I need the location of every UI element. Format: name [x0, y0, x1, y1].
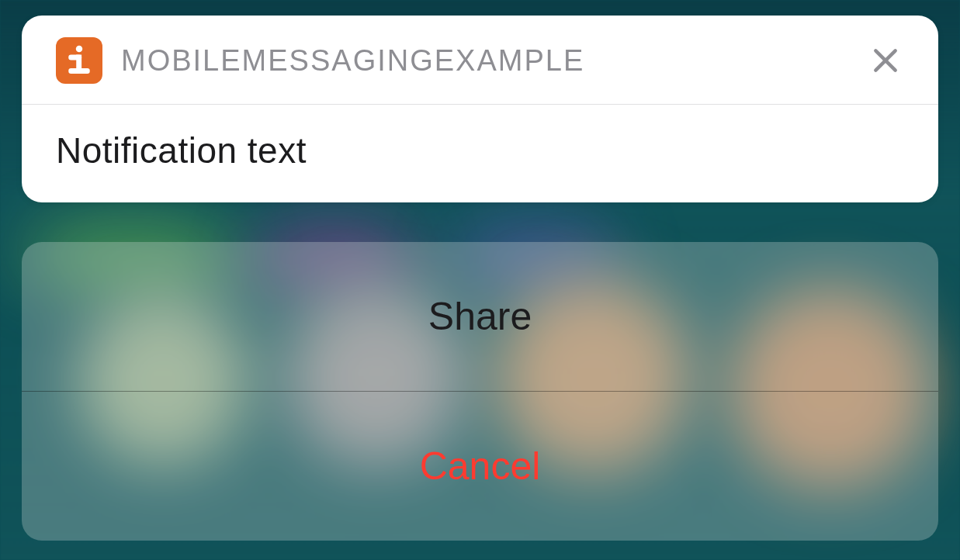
- cancel-button-label: Cancel: [420, 444, 541, 489]
- notification-header: MOBILEMESSAGINGEXAMPLE: [22, 16, 938, 104]
- svg-rect-3: [68, 68, 90, 74]
- app-icon: [56, 37, 102, 84]
- actions-panel: Share Cancel: [22, 242, 938, 541]
- close-icon[interactable]: [867, 42, 904, 79]
- cancel-button[interactable]: Cancel: [22, 392, 938, 541]
- notification-text: Notification text: [56, 130, 904, 171]
- share-button-label: Share: [428, 294, 532, 339]
- notification-body: Notification text: [22, 105, 938, 202]
- notification-card[interactable]: MOBILEMESSAGINGEXAMPLE Notification text: [22, 16, 938, 202]
- app-name-label: MOBILEMESSAGINGEXAMPLE: [121, 44, 848, 78]
- svg-point-0: [76, 46, 83, 53]
- share-button[interactable]: Share: [22, 242, 938, 391]
